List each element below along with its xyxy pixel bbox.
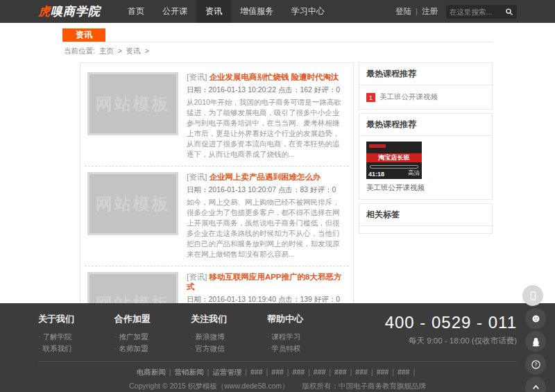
- arrow-up-icon: [531, 382, 541, 392]
- footer-link-wechat[interactable]: 官方微信: [191, 343, 267, 355]
- video-duration: 41:18: [368, 171, 384, 178]
- footer-contact: 400 - 0529 - 011 每天 9:00 - 18:00 (仅收市话费): [385, 313, 517, 355]
- footer-col-title: 关于我们: [38, 313, 114, 325]
- login-link[interactable]: 登陆: [395, 7, 411, 15]
- search-icon[interactable]: [505, 8, 513, 16]
- header-right: 登陆|注册: [395, 5, 517, 19]
- main-nav: 首页 公开课 资讯 增值服务 学习中心: [119, 0, 334, 23]
- footer-bottom-link[interactable]: ###: [250, 368, 271, 376]
- hot-courses-box-2: 最热课程推荐 淘宝店长班 41:18 高清 美工班公开课视频: [359, 113, 493, 200]
- service-hours: 每天 9:00 - 18:00 (仅收市话费): [385, 336, 517, 346]
- video-item[interactable]: 淘宝店长班 41:18 高清 美工班公开课视频: [359, 136, 492, 199]
- video-sub-banner: [370, 165, 418, 169]
- video-thumbnail[interactable]: 淘宝店长班 41:18 高清: [366, 142, 422, 179]
- video-caption-link[interactable]: 美工班公开课视频: [366, 183, 485, 193]
- side-box-title: 最热课程推荐: [359, 63, 492, 85]
- rank-badge: 1: [366, 93, 375, 102]
- breadcrumb-separator: >: [118, 46, 122, 55]
- footer-bottom-link[interactable]: ###: [293, 368, 314, 376]
- footer-bottom-link[interactable]: ###: [314, 368, 334, 376]
- breadcrumb-label: 当前位置:: [64, 46, 95, 55]
- logo-accent-char: 虎: [38, 5, 51, 18]
- article-excerpt: 如今，网上交易、网上购物已经不被网民排斥，很多企业为了包揽更多客户，都不得不选择…: [187, 197, 346, 259]
- footer-bottom-link[interactable]: ###: [398, 368, 418, 376]
- footer-bottom-link[interactable]: 电商新闻: [137, 368, 175, 376]
- breadcrumb-separator-2: >: [145, 46, 149, 55]
- tags-empty-area: [359, 226, 492, 233]
- nav-item-value-services[interactable]: 增值服务: [231, 0, 282, 23]
- copyright-row: Copyright © 2015 织梦模板（www.dede58.com） 版权…: [38, 382, 517, 391]
- nav-item-learning-center[interactable]: 学习中心: [282, 0, 334, 23]
- footer-bottom-link[interactable]: 营销新闻: [175, 368, 213, 376]
- footer-col-cooperation: 合作加盟 推广加盟 名师加盟: [114, 313, 191, 355]
- svg-text:?: ?: [534, 361, 537, 368]
- hot-course-item[interactable]: 1 美工班公开课视频: [359, 85, 492, 109]
- article-title-link[interactable]: 企业发展电商别忙烧钱 险遭时代淘汰: [209, 73, 339, 81]
- thumbnail-watermark: 网站模板: [96, 193, 171, 215]
- footer-col-title: 帮助中心: [267, 313, 343, 325]
- copyright-text: Copyright © 2015 织梦模板（www.dede58.com）: [129, 382, 289, 390]
- video-logo-mark: [369, 144, 386, 148]
- footer-bottom-link[interactable]: ###: [377, 368, 398, 376]
- article-text: [资讯]企业发展电商别忙烧钱 险遭时代淘汰 日期：2016-01-13 10:2…: [187, 72, 346, 160]
- side-box-title: 最热课程推荐: [359, 114, 492, 136]
- qq-float-button[interactable]: [525, 331, 546, 352]
- footer-link-course-study[interactable]: 课程学习: [267, 331, 343, 343]
- hot-courses-box-1: 最热课程推荐 1 美工班公开课视频: [359, 62, 493, 110]
- breadcrumb-current[interactable]: 资讯: [126, 46, 141, 55]
- subheader: 资讯 当前位置: 主页 > 资讯 >: [62, 28, 493, 61]
- float-button-stack: ?: [522, 285, 549, 392]
- footer-bottom-link[interactable]: ###: [334, 368, 355, 376]
- hotline-number: 400 - 0529 - 011: [385, 313, 517, 332]
- footer-link-about-school[interactable]: 了解学院: [38, 331, 114, 343]
- thumbnail-watermark: 网站模板: [96, 93, 171, 115]
- footer-links-row: 电商新闻营销新闻运营管理########################: [38, 368, 517, 377]
- nav-item-open-course[interactable]: 公开课: [153, 0, 196, 23]
- related-tags-box: 相关标签: [359, 203, 493, 234]
- footer: 关于我们 了解学院 联系我们 合作加盟 推广加盟 名师加盟 关注我们 新浪微博 …: [0, 303, 555, 392]
- copyright-owner: 版权所有：中国电子商务教育旗舰品牌: [302, 382, 427, 390]
- footer-link-teacher-join[interactable]: 名师加盟: [114, 343, 191, 355]
- search-box[interactable]: [446, 5, 517, 19]
- article-text: [资讯]企业网上卖产品遇到困难怎么办 日期：2016-01-13 10:20:0…: [187, 172, 346, 259]
- hot-course-link[interactable]: 美工班公开课视频: [379, 92, 438, 102]
- nav-item-home[interactable]: 首页: [119, 0, 153, 23]
- article-title-link[interactable]: 企业网上卖产品遇到困难怎么办: [209, 173, 321, 181]
- footer-link-student-privilege[interactable]: 学员特权: [267, 343, 343, 355]
- breadcrumb-home[interactable]: 主页: [99, 46, 114, 55]
- footer-bottom-link[interactable]: ###: [271, 368, 292, 376]
- video-banner-text: 淘宝店长班: [366, 153, 422, 162]
- auth-links: 登陆|注册: [395, 6, 438, 17]
- footer-col-about: 关于我们 了解学院 联系我们: [38, 313, 114, 355]
- nav-item-news[interactable]: 资讯: [196, 0, 231, 23]
- footer-bottom: 电商新闻营销新闻运营管理######################## Cop…: [38, 361, 517, 391]
- search-input[interactable]: [450, 8, 505, 16]
- mobile-float-button[interactable]: [522, 285, 543, 306]
- article-meta: 日期：2016-01-13 10:20:22 点击：162 好评：0: [187, 85, 346, 95]
- mobile-icon: [528, 291, 538, 301]
- logo-text: 嗅商学院: [51, 5, 101, 18]
- back-to-top-button[interactable]: [525, 377, 546, 392]
- footer-bottom-link[interactable]: 运营管理: [212, 368, 250, 376]
- article-title-link[interactable]: 移动互联网应用APP推广的8大邪恶方式: [187, 273, 341, 291]
- site-logo[interactable]: 虎嗅商学院: [38, 3, 101, 19]
- footer-link-contact-us[interactable]: 联系我们: [38, 343, 114, 355]
- article-row-2[interactable]: 网站模板 [资讯]企业网上卖产品遇到困难怎么办 日期：2016-01-13 10…: [85, 166, 349, 266]
- footer-bottom-link[interactable]: ###: [355, 368, 376, 376]
- chat-float-button[interactable]: [525, 308, 546, 329]
- help-icon: ?: [531, 359, 541, 370]
- section-tab-bar: 资讯: [62, 28, 493, 42]
- article-thumbnail[interactable]: 网站模板: [87, 72, 178, 135]
- article-category: [资讯]: [187, 273, 207, 281]
- side-box-title: 相关标签: [359, 204, 492, 226]
- article-thumbnail[interactable]: 网站模板: [87, 172, 178, 235]
- article-row-1[interactable]: 网站模板 [资讯]企业发展电商别忙烧钱 险遭时代淘汰 日期：2016-01-13…: [85, 67, 349, 166]
- footer-link-weibo[interactable]: 新浪微博: [191, 331, 267, 343]
- register-link[interactable]: 注册: [422, 7, 438, 15]
- top-header: 虎嗅商学院 首页 公开课 资讯 增值服务 学习中心 登陆|注册: [0, 0, 555, 23]
- tab-news[interactable]: 资讯: [62, 28, 105, 42]
- footer-link-promotion[interactable]: 推广加盟: [114, 331, 191, 343]
- help-float-button[interactable]: ?: [525, 354, 546, 375]
- sidebar: 最热课程推荐 1 美工班公开课视频 最热课程推荐 淘宝店长班 41:18 高清 …: [359, 62, 493, 237]
- qq-penguin-icon: [531, 336, 541, 347]
